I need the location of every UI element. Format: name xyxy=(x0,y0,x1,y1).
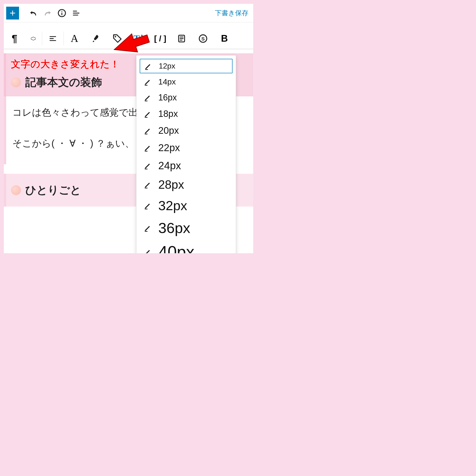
font-size-option-label: 40px xyxy=(158,242,229,253)
pen-icon xyxy=(143,143,152,152)
pen-icon xyxy=(143,201,152,210)
font-size-option-label: 12px xyxy=(159,62,228,70)
svg-rect-15 xyxy=(145,169,147,170)
font-size-button[interactable]: T xyxy=(128,28,150,49)
pen-icon xyxy=(143,110,152,118)
tag-button[interactable] xyxy=(107,28,128,49)
highlight-button[interactable] xyxy=(85,28,107,49)
move-block-button[interactable]: ︿﹀ xyxy=(25,28,42,49)
shortcode-button[interactable]: [ / ] xyxy=(150,28,171,49)
editor-window: 下書き保存 ¶ ︿﹀ A xyxy=(4,4,253,253)
paragraph-block-button[interactable]: ¶ xyxy=(4,28,25,49)
text-size-icon: T xyxy=(134,33,144,44)
svg-rect-17 xyxy=(145,208,147,209)
font-size-option[interactable]: 36px xyxy=(140,217,233,239)
svg-rect-2 xyxy=(61,11,62,11)
font-size-option-label: 36px xyxy=(158,220,229,236)
pen-icon xyxy=(143,224,152,232)
heading-text: ひとりごと xyxy=(25,183,81,198)
font-size-option[interactable]: 24px xyxy=(140,157,233,174)
bullet-dot-icon xyxy=(11,77,21,87)
bullet-dot-icon xyxy=(11,185,21,195)
undo-icon xyxy=(29,8,38,18)
outline-icon xyxy=(71,8,81,18)
brush-icon xyxy=(91,34,101,43)
font-size-option-label: 22px xyxy=(158,142,229,153)
font-size-option-label: 20px xyxy=(158,125,229,136)
font-size-option-label: 32px xyxy=(158,198,229,213)
editor-top-toolbar: 下書き保存 xyxy=(4,4,253,22)
font-size-option-label: 28px xyxy=(158,178,229,192)
pilcrow-icon: ¶ xyxy=(12,33,17,44)
heading-text: 記事本文の装飾 xyxy=(25,75,102,90)
add-block-button[interactable] xyxy=(6,7,19,19)
svg-point-3 xyxy=(115,36,116,37)
font-size-option[interactable]: 32px xyxy=(140,195,233,216)
svg-rect-16 xyxy=(145,188,147,188)
font-size-option[interactable]: 40px xyxy=(140,240,233,253)
redo-button[interactable] xyxy=(40,6,55,20)
font-size-option[interactable]: 12px xyxy=(140,59,233,73)
align-button[interactable] xyxy=(42,28,64,49)
svg-rect-13 xyxy=(145,134,147,134)
font-size-option-label: 18px xyxy=(158,109,229,119)
pen-icon xyxy=(143,161,152,170)
pen-icon xyxy=(143,180,152,189)
outline-button[interactable] xyxy=(69,6,83,20)
tag-icon xyxy=(112,34,122,44)
align-left-icon xyxy=(48,34,58,43)
pen-icon xyxy=(143,248,152,253)
font-size-option-label: 14px xyxy=(158,77,229,86)
font-size-option[interactable]: 22px xyxy=(140,140,233,156)
svg-rect-9 xyxy=(145,69,148,70)
document-lines-icon xyxy=(177,34,186,43)
font-size-dropdown[interactable]: 12px14px16px18px20px22px24px28px32px36px… xyxy=(136,55,236,253)
save-draft-button[interactable]: 下書き保存 xyxy=(215,9,251,17)
text-color-button[interactable]: A xyxy=(64,28,85,49)
font-size-option[interactable]: 16px xyxy=(140,90,233,105)
font-size-option-label: 16px xyxy=(158,93,229,102)
svg-rect-1 xyxy=(61,12,62,15)
svg-rect-12 xyxy=(145,117,147,118)
font-size-option[interactable]: 20px xyxy=(140,123,233,138)
bold-button[interactable]: B xyxy=(214,28,235,49)
template-button[interactable] xyxy=(171,28,192,49)
svg-rect-14 xyxy=(145,151,147,152)
font-size-option[interactable]: 14px xyxy=(140,75,233,89)
undo-button[interactable] xyxy=(26,6,40,20)
move-updown-icon: ︿﹀ xyxy=(31,35,37,42)
font-size-option[interactable]: 18px xyxy=(140,106,233,121)
letter-a-icon: A xyxy=(71,32,78,45)
font-size-option-label: 24px xyxy=(158,160,229,171)
info-icon xyxy=(57,8,67,18)
font-size-option[interactable]: 28px xyxy=(140,175,233,194)
circled-s-icon: S xyxy=(198,34,208,44)
pen-icon xyxy=(143,78,152,86)
svg-rect-4 xyxy=(142,36,142,41)
shortcode-icon: [ / ] xyxy=(154,34,166,43)
ad-button[interactable]: S xyxy=(192,28,214,49)
pen-icon xyxy=(144,62,153,70)
info-button[interactable] xyxy=(55,6,69,20)
annotated-screenshot-frame: 下書き保存 ¶ ︿﹀ A xyxy=(0,0,257,257)
svg-text:S: S xyxy=(201,36,205,41)
block-format-toolbar: ¶ ︿﹀ A xyxy=(4,28,253,49)
pen-icon xyxy=(143,93,152,102)
svg-rect-18 xyxy=(145,231,147,232)
plus-icon xyxy=(8,9,17,17)
svg-rect-11 xyxy=(145,101,147,102)
pen-icon xyxy=(143,126,152,135)
bold-icon: B xyxy=(221,33,228,44)
redo-icon xyxy=(43,8,52,18)
svg-rect-10 xyxy=(145,85,147,85)
